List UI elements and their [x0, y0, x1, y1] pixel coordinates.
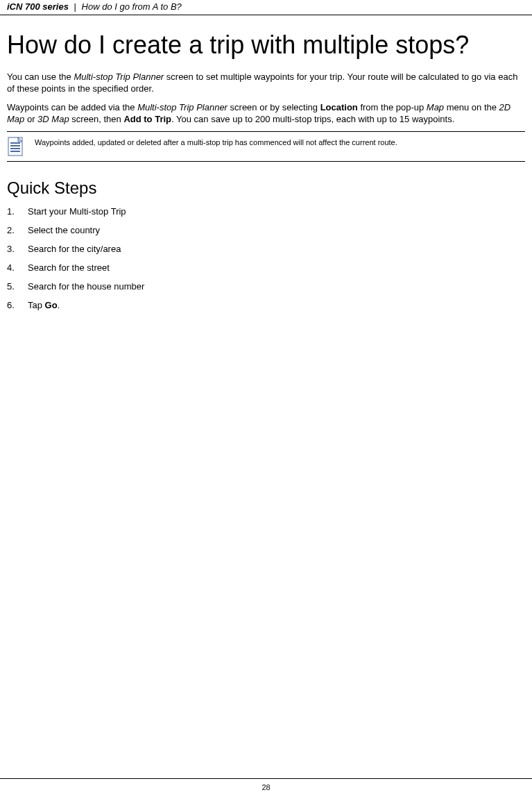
text: screen or by selecting [228, 102, 320, 112]
text: Tap [28, 300, 45, 310]
step-text: Search for the city/area [28, 244, 121, 254]
page-footer: 28 [0, 778, 532, 791]
text-italic: 3D Map [37, 114, 69, 124]
text: from the pop-up [358, 102, 427, 112]
text-italic: Multi-stop Trip Planner [74, 72, 164, 82]
text-bold: Go [45, 300, 58, 310]
page-title: How do I create a trip with multiple sto… [7, 29, 525, 60]
step-number: 3. [7, 244, 28, 254]
page-content: How do I create a trip with multiple sto… [0, 15, 532, 326]
note-text: Waypoints added, updated or deleted afte… [35, 136, 397, 147]
step-number: 5. [7, 281, 28, 292]
header-separator: | [74, 1, 76, 12]
list-item: 3. Search for the city/area [7, 244, 525, 254]
note-icon [7, 136, 25, 157]
intro-paragraph-2: Waypoints can be added via the Multi-sto… [7, 102, 525, 126]
header-series: iCN 700 series [7, 1, 69, 12]
step-number: 1. [7, 206, 28, 217]
text: . You can save up to 200 multi-stop trip… [171, 114, 454, 124]
quick-steps-list: 1. Start your Multi-stop Trip 2. Select … [7, 206, 525, 310]
page-number: 28 [261, 783, 270, 791]
text-bold: Location [320, 102, 358, 112]
text: or [24, 114, 37, 124]
step-text: Start your Multi-stop Trip [28, 206, 126, 217]
intro-paragraph-1: You can use the Multi-stop Trip Planner … [7, 72, 525, 95]
header-chapter: How do I go from A to B? [82, 1, 182, 12]
step-number: 6. [7, 300, 28, 310]
list-item: 4. Search for the street [7, 262, 525, 273]
list-item: 6. Tap Go. [7, 300, 525, 310]
text: . [58, 300, 60, 310]
step-number: 2. [7, 225, 28, 235]
text: You can use the [7, 72, 74, 82]
note-box: Waypoints added, updated or deleted afte… [7, 131, 525, 162]
text: screen, then [69, 114, 124, 124]
quick-steps-heading: Quick Steps [7, 178, 525, 198]
list-item: 5. Search for the house number [7, 281, 525, 292]
step-number: 4. [7, 262, 28, 273]
text-bold: Add to Trip [123, 114, 171, 124]
text: Waypoints can be added via the [7, 102, 137, 112]
list-item: 2. Select the country [7, 225, 525, 235]
text-italic: Map [427, 102, 444, 112]
text: menu on the [444, 102, 499, 112]
step-text: Search for the house number [28, 281, 144, 292]
text-italic: Multi-stop Trip Planner [137, 102, 228, 112]
list-item: 1. Start your Multi-stop Trip [7, 206, 525, 217]
step-text: Select the country [28, 225, 100, 235]
page-header: iCN 700 series | How do I go from A to B… [0, 0, 532, 15]
step-text: Tap Go. [28, 300, 60, 310]
step-text: Search for the street [28, 262, 110, 273]
